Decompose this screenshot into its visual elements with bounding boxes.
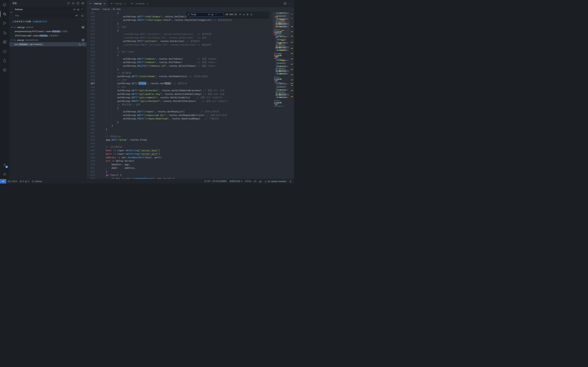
collapse-all-icon[interactable] <box>81 1 85 5</box>
code-line[interactable]: 319 { <box>87 54 294 57</box>
code-line[interactable]: 345 // 运行服务器 <box>87 145 294 149</box>
code-line[interactable]: 344 <box>87 142 294 145</box>
code-editor[interactable]: 307 {308 authGroup.GET("/challenges", ro… <box>87 11 294 179</box>
code-line[interactable]: 331 authGroup.GET("/git/commits", routes… <box>87 96 294 100</box>
encoding-status[interactable]: UTF-8 <box>244 179 252 184</box>
whole-word-icon[interactable]: ab <box>76 8 80 11</box>
find-in-selection-icon[interactable] <box>246 13 250 17</box>
code-line[interactable]: 329 authGroup.GET("/git/branches", route… <box>87 89 294 92</box>
find-whole-word-icon[interactable]: ab <box>211 13 214 16</box>
clear-results-icon[interactable] <box>71 1 75 5</box>
code-line[interactable]: 337 authGroup.POST("/repos/download", ro… <box>87 117 294 121</box>
code-line[interactable]: 311 // 操作 <box>87 25 294 29</box>
chevron-down-icon[interactable] <box>10 39 13 42</box>
code-line[interactable]: 324 // 统计数据 <box>87 71 294 75</box>
tab-close-icon[interactable]: × <box>146 2 149 5</box>
sidebar-item-remote-explorer[interactable] <box>0 47 9 56</box>
cursor-position-status[interactable]: 行 327，列 33 (已选择5) <box>203 179 228 184</box>
sidebar-item-testing[interactable] <box>0 56 9 65</box>
regex-icon[interactable]: .* <box>80 8 84 11</box>
match-case-icon[interactable]: Aa <box>73 8 76 11</box>
code-line[interactable]: 330 authGroup.GET("/git/public-key", rou… <box>87 92 294 96</box>
tab-main-go[interactable]: GO main.go × <box>87 0 108 7</box>
go-version-status[interactable]: Go 1.16.6 <box>6 179 18 184</box>
minimap[interactable] <box>273 11 290 179</box>
search-file-row[interactable]: GOmain.gobackend2 <box>9 25 87 29</box>
chevron-down-icon[interactable] <box>10 26 13 29</box>
code-line[interactable]: 322 authGroup.DELETE("/tokens/:id", rout… <box>87 64 294 68</box>
search-input[interactable] <box>15 8 73 11</box>
search-result-row[interactable]: .PUT("/users-add", routes.PutUser) // 添加… <box>9 33 87 38</box>
code-line[interactable]: 318 // API Token <box>87 50 294 54</box>
indentation-status[interactable]: 制表符长度: 4 <box>228 179 244 184</box>
code-line[interactable]: 340 } <box>87 128 294 131</box>
code-line[interactable]: 325 authGroup.GET("/stats/home", routes.… <box>87 75 294 78</box>
code-line[interactable]: 310 } <box>87 22 294 25</box>
sidebar-item-source-control[interactable] <box>0 19 9 28</box>
code-line[interactable]: 343 app.GET("/ping", routes.Ping) <box>87 138 294 142</box>
find-input[interactable] <box>191 13 207 16</box>
sidebar-item-extensions[interactable] <box>0 37 9 47</box>
tab-user-go[interactable]: GO user.go × <box>108 0 128 7</box>
settings-button[interactable] <box>0 170 9 179</box>
code-line[interactable]: 349 srv := &http.Server{ <box>87 159 294 163</box>
search-file-row[interactable]: GOuser.gobackend/routes1 <box>9 38 87 42</box>
eol-status[interactable]: LF <box>252 179 258 184</box>
toggle-replace-button[interactable] <box>10 7 13 18</box>
overview-ruler[interactable] <box>290 11 294 179</box>
search-result-row[interactable]: anonymousGroup.PUT("/users", routes.PutU… <box>9 29 87 33</box>
code-line[interactable]: 347 port := viper.GetString("server.port… <box>87 152 294 156</box>
code-line[interactable]: 346 host := viper.GetString("server.host… <box>87 149 294 152</box>
code-line[interactable]: 335 authGroup.GET("/repos", routes.GetRe… <box>87 110 294 114</box>
code-line[interactable]: 321 authGroup.PUT("/tokens", routes.PutT… <box>87 61 294 64</box>
code-line[interactable]: 333 // 爬虫市场 / 仓库 <box>87 103 294 107</box>
code-line[interactable]: 326 // 文件 <box>87 78 294 82</box>
editor-more-actions-icon[interactable]: ··· <box>288 2 291 5</box>
preserve-case-icon[interactable]: AB <box>75 14 78 17</box>
code-line[interactable]: 315 authGroup.PUT("/actions", routes.Put… <box>87 40 294 43</box>
code-line[interactable]: 348 address := net.JoinHostPort(host, po… <box>87 156 294 159</box>
language-mode-status[interactable]: go <box>258 179 263 184</box>
code-line[interactable]: 314 //authGroup.GET("/actions/:id", rout… <box>87 36 294 40</box>
sidebar-item-search[interactable] <box>0 9 9 19</box>
find-toggle-replace-icon[interactable] <box>187 12 190 17</box>
code-line[interactable]: 339 } <box>87 124 294 128</box>
toggle-search-details-icon[interactable]: ··· <box>81 18 84 21</box>
replace-input[interactable] <box>15 14 75 17</box>
sidebar-item-explorer[interactable] <box>0 0 9 9</box>
notifications-button[interactable] <box>288 179 293 184</box>
code-line[interactable]: 332 authGroup.POST("/git/checkout", rout… <box>87 100 294 103</box>
code-line[interactable]: 313 //authGroup.GET("/actions", routes.G… <box>87 33 294 36</box>
code-line[interactable]: 341 <box>87 131 294 135</box>
code-line[interactable]: 338 } <box>87 121 294 124</box>
find-close-icon[interactable] <box>250 13 253 17</box>
code-line[interactable]: 351 Addr: address, <box>87 166 294 170</box>
breadcrumb-folder[interactable]: backend <box>92 8 99 10</box>
find-regex-icon[interactable]: .* <box>214 13 217 16</box>
breadcrumb-symbol[interactable]: main <box>116 8 121 10</box>
tab-close-icon[interactable]: × <box>123 2 127 5</box>
open-in-editor-link[interactable]: 在编辑器中打开 <box>33 20 47 23</box>
breadcrumb-file[interactable]: main.go <box>103 8 110 10</box>
code-line[interactable]: 316 //authGroup.POST("/actions/:id", rou… <box>87 43 294 47</box>
code-line[interactable]: 328 // Git <box>87 85 294 89</box>
code-line[interactable]: 342 // 路由ping <box>87 135 294 138</box>
open-new-search-editor-icon[interactable] <box>76 1 80 5</box>
code-line[interactable]: 323 } <box>87 68 294 71</box>
code-line[interactable]: 327 authGroup.GET("/file", routes.GetFil… <box>87 82 294 85</box>
tabnine-status[interactable]: tabnine <box>31 179 43 184</box>
dismiss-icon[interactable] <box>82 43 85 46</box>
sidebar-item-packages[interactable] <box>0 65 9 75</box>
replace-icon[interactable] <box>78 43 81 46</box>
code-line[interactable]: 352 } <box>87 170 294 174</box>
sidebar-item-run-debug[interactable] <box>0 28 9 37</box>
code-line[interactable]: 317 } <box>87 47 294 50</box>
refresh-icon[interactable] <box>66 1 70 5</box>
find-match-case-icon[interactable]: Aa <box>207 13 211 16</box>
tab-close-icon[interactable]: × <box>103 2 106 5</box>
code-line[interactable]: 336 authGroup.GET("/repos/sub-dir", rout… <box>87 114 294 117</box>
find-previous-icon[interactable] <box>238 13 242 17</box>
code-line[interactable]: 350 Handler: app, <box>87 163 294 167</box>
accounts-button[interactable]: 1 <box>0 160 9 170</box>
code-line[interactable]: 320 authGroup.GET("/tokens", routes.GetT… <box>87 57 294 61</box>
